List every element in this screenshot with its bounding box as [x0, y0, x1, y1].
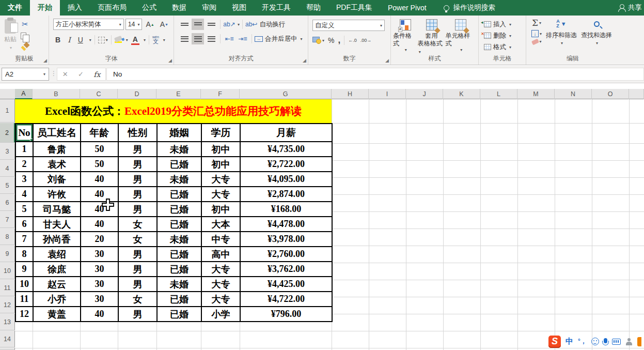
- row-header-10[interactable]: 10: [0, 263, 15, 279]
- table-cell[interactable]: 男: [118, 277, 157, 292]
- table-cell[interactable]: 男: [118, 142, 157, 157]
- align-right-button[interactable]: [205, 33, 217, 44]
- table-cell[interactable]: 男: [118, 307, 157, 322]
- ribbon-tab-开发工具[interactable]: 开发工具: [254, 0, 299, 16]
- row-header-2[interactable]: 2: [0, 123, 15, 143]
- borders-button[interactable]: ▾: [98, 37, 108, 43]
- dialog-launcher-icon[interactable]: ◢: [385, 58, 389, 63]
- table-cell[interactable]: 40: [81, 307, 118, 322]
- header-cell[interactable]: 员工姓名: [33, 124, 81, 142]
- table-cell[interactable]: 许攸: [33, 187, 81, 202]
- table-cell[interactable]: 2: [15, 157, 33, 172]
- keyboard-icon[interactable]: [612, 339, 621, 345]
- decrease-indent-button[interactable]: ⇤≡: [223, 33, 235, 44]
- table-cell[interactable]: 鲁肃: [33, 142, 81, 157]
- table-cell[interactable]: 20: [81, 232, 118, 247]
- table-cell[interactable]: 7: [15, 232, 33, 247]
- table-cell[interactable]: ¥2,722.00: [240, 157, 332, 172]
- header-cell[interactable]: 婚姻: [157, 124, 201, 142]
- cut-button[interactable]: ✂: [21, 20, 29, 29]
- font-size-combo[interactable]: 14▾: [125, 19, 143, 30]
- table-cell[interactable]: 12: [15, 307, 33, 322]
- table-cell[interactable]: ¥3,762.00: [240, 262, 332, 277]
- table-cell[interactable]: 大专: [201, 172, 240, 187]
- align-top-button[interactable]: [178, 19, 191, 30]
- table-cell[interactable]: ¥2,760.00: [240, 247, 332, 262]
- table-cell[interactable]: 40: [81, 172, 118, 187]
- confirm-entry-icon[interactable]: ✓: [78, 70, 84, 78]
- table-cell[interactable]: 初中: [201, 142, 240, 157]
- table-cell[interactable]: 50: [81, 142, 118, 157]
- table-cell[interactable]: 已婚: [157, 307, 201, 322]
- align-bottom-button[interactable]: [205, 19, 217, 30]
- table-cell[interactable]: 中专: [201, 232, 240, 247]
- column-header-L[interactable]: L: [480, 89, 517, 99]
- underline-dropdown-arrow[interactable]: ▾: [89, 38, 91, 42]
- table-cell[interactable]: 男: [118, 172, 157, 187]
- column-header-K[interactable]: K: [443, 89, 480, 99]
- header-cell[interactable]: 月薪: [240, 124, 332, 142]
- insert-cells-button[interactable]: 插入▾: [484, 19, 526, 30]
- table-cell[interactable]: 初中: [201, 157, 240, 172]
- row-header-3[interactable]: 3: [0, 143, 15, 160]
- copy-button[interactable]: ▾: [21, 33, 29, 39]
- ribbon-tab-Power Pivot[interactable]: Power Pivot: [380, 0, 434, 16]
- align-middle-button[interactable]: [192, 19, 204, 30]
- percent-button[interactable]: %: [328, 36, 334, 44]
- table-cell[interactable]: 3: [15, 172, 33, 187]
- formula-bar-splitter[interactable]: ⋮: [51, 70, 57, 77]
- emoji-icon[interactable]: [591, 338, 599, 345]
- number-format-combo[interactable]: 自定义▾: [312, 20, 385, 31]
- table-cell[interactable]: 大专: [201, 187, 240, 202]
- table-cell[interactable]: 高中: [201, 247, 240, 262]
- ribbon-tab-PDF工具集[interactable]: PDF工具集: [328, 0, 380, 16]
- table-cell[interactable]: 男: [118, 187, 157, 202]
- table-cell[interactable]: 男: [118, 202, 157, 217]
- name-box[interactable]: A2 ▾: [2, 68, 49, 81]
- share-button[interactable]: 共享: [618, 0, 642, 16]
- dialog-launcher-icon[interactable]: ◢: [43, 58, 47, 63]
- table-cell[interactable]: 刘备: [33, 172, 81, 187]
- sogou-logo-icon[interactable]: S: [548, 336, 561, 348]
- tell-me-search[interactable]: 操作说明搜索: [444, 0, 495, 16]
- microphone-icon[interactable]: [604, 338, 607, 343]
- paste-button[interactable]: 粘贴 ▾: [4, 18, 17, 50]
- table-cell[interactable]: 黄盖: [33, 307, 81, 322]
- column-header-M[interactable]: M: [517, 89, 555, 99]
- title-banner-cell[interactable]: Excel函数公式：Excel2019分类汇总功能应用技巧解读: [15, 99, 332, 123]
- fill-button[interactable]: ↓▾: [531, 30, 542, 37]
- table-cell[interactable]: 40: [81, 217, 118, 232]
- table-cell[interactable]: ¥4,095.00: [240, 172, 332, 187]
- table-cell[interactable]: 50: [81, 157, 118, 172]
- column-header-A[interactable]: A: [15, 89, 33, 99]
- align-left-button[interactable]: [178, 33, 191, 44]
- toolbox-person-icon[interactable]: [625, 338, 633, 345]
- table-cell[interactable]: 孙尚香: [33, 232, 81, 247]
- row-header-11[interactable]: 11: [0, 280, 15, 296]
- format-as-table-button[interactable]: 套用 表格格式▾: [418, 19, 446, 55]
- table-cell[interactable]: ¥168.00: [240, 202, 332, 217]
- punctuation-icon[interactable]: °，: [578, 337, 587, 346]
- table-cell[interactable]: 未婚: [157, 277, 201, 292]
- bold-button[interactable]: B: [53, 34, 62, 45]
- delete-cells-button[interactable]: 删除▾: [484, 30, 526, 41]
- column-header-H[interactable]: H: [332, 89, 369, 99]
- row-header-6[interactable]: 6: [0, 194, 15, 211]
- accounting-format-button[interactable]: ▾: [312, 37, 324, 44]
- shrink-font-button[interactable]: A▼: [158, 19, 170, 30]
- ribbon-tab-数据[interactable]: 数据: [164, 0, 194, 16]
- column-header-D[interactable]: D: [118, 89, 156, 99]
- table-cell[interactable]: 赵云: [33, 277, 81, 292]
- format-painter-button[interactable]: [21, 43, 29, 50]
- decrease-decimal-button[interactable]: .00→: [360, 38, 372, 43]
- table-cell[interactable]: ¥4,478.00: [240, 217, 332, 232]
- phonetic-button[interactable]: wén文: [152, 35, 159, 44]
- italic-button[interactable]: I: [66, 34, 73, 45]
- fill-color-button[interactable]: [115, 37, 122, 43]
- formula-input[interactable]: No: [106, 68, 644, 81]
- table-cell[interactable]: 女: [118, 217, 157, 232]
- table-cell[interactable]: ¥4,722.00: [240, 292, 332, 307]
- table-cell[interactable]: 小学: [201, 307, 240, 322]
- table-cell[interactable]: 男: [118, 157, 157, 172]
- table-cell[interactable]: 已婚: [157, 292, 201, 307]
